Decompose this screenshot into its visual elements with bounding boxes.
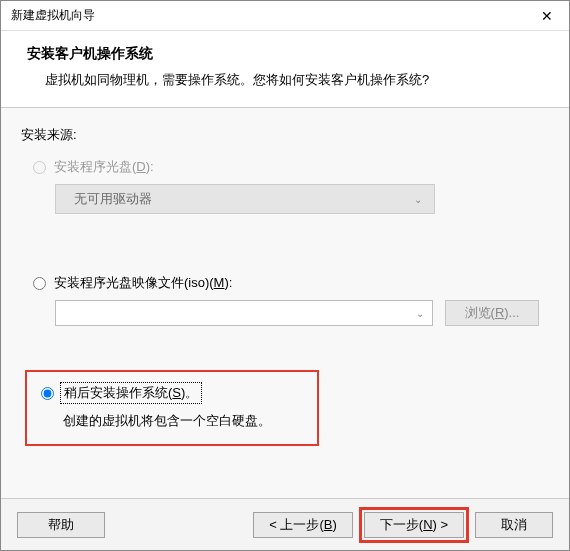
browse-button-label: 浏览(R)... [465,304,520,322]
drive-select: 无可用驱动器 ⌄ [55,184,435,214]
close-button[interactable]: ✕ [525,1,569,30]
chevron-down-icon: ⌄ [414,194,422,205]
titlebar: 新建虚拟机向导 ✕ [1,1,569,31]
back-button[interactable]: < 上一步(B) [253,512,353,538]
radio-iso-file[interactable] [33,277,46,290]
chevron-down-icon: ⌄ [416,308,424,319]
radio-install-later[interactable] [41,387,54,400]
option-install-later[interactable]: 稍后安装操作系统(S)。 [41,384,307,402]
page-subtitle: 虚拟机如同物理机，需要操作系统。您将如何安装客户机操作系统? [27,71,549,89]
install-source-label: 安装来源: [21,126,549,144]
install-later-hint: 创建的虚拟机将包含一个空白硬盘。 [63,412,307,430]
highlight-next-button: 下一步(N) > [359,507,469,543]
radio-installer-disc [33,161,46,174]
option-install-later-label: 稍后安装操作系统(S)。 [62,384,200,402]
help-button-label: 帮助 [48,516,74,534]
highlight-later-option: 稍后安装操作系统(S)。 创建的虚拟机将包含一个空白硬盘。 [25,370,319,446]
wizard-content: 安装来源: 安装程序光盘(D): 无可用驱动器 ⌄ 安装程序光盘映像文件(iso… [1,108,569,498]
wizard-header: 安装客户机操作系统 虚拟机如同物理机，需要操作系统。您将如何安装客户机操作系统? [1,31,569,108]
drive-select-value: 无可用驱动器 [74,190,152,208]
page-title: 安装客户机操作系统 [27,45,549,63]
cancel-button[interactable]: 取消 [475,512,553,538]
wizard-footer: 帮助 < 上一步(B) 下一步(N) > 取消 [1,498,569,550]
window-title: 新建虚拟机向导 [11,7,525,24]
option-iso-file[interactable]: 安装程序光盘映像文件(iso)(M): [33,274,549,292]
option-installer-disc[interactable]: 安装程序光盘(D): [33,158,549,176]
next-button[interactable]: 下一步(N) > [364,512,464,538]
browse-button: 浏览(R)... [445,300,539,326]
cancel-button-label: 取消 [501,516,527,534]
option-installer-disc-label: 安装程序光盘(D): [54,158,154,176]
next-button-label: 下一步(N) > [380,516,448,534]
back-button-label: < 上一步(B) [269,516,337,534]
help-button[interactable]: 帮助 [17,512,105,538]
iso-path-input[interactable]: ⌄ [55,300,433,326]
close-icon: ✕ [541,8,553,24]
option-iso-file-label: 安装程序光盘映像文件(iso)(M): [54,274,232,292]
